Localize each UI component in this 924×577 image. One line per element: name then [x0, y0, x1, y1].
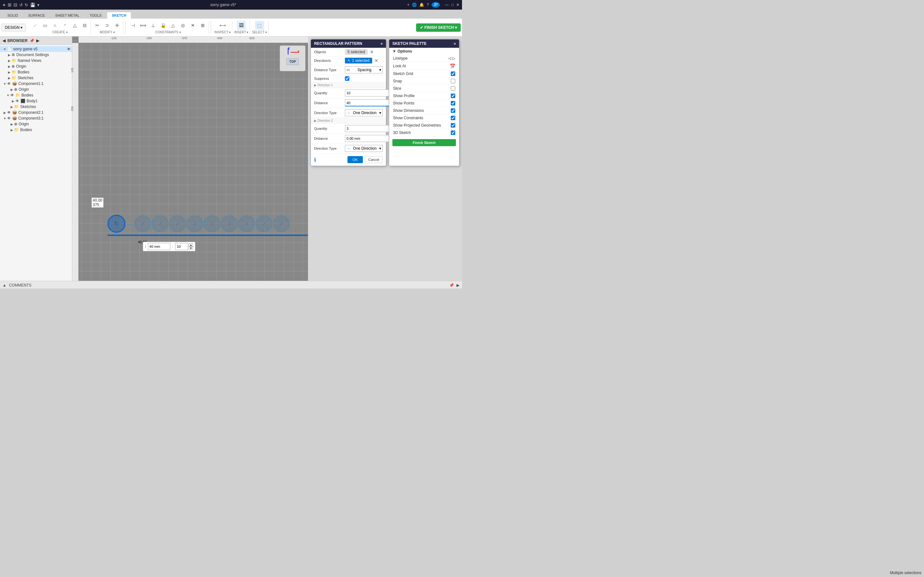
sketch-grid-checkbox[interactable] [451, 71, 455, 76]
tab-sketch[interactable]: SKETCH [107, 12, 131, 19]
expand-icon[interactable]: ▼ [6, 93, 10, 97]
circle-active[interactable]: ↻ [107, 215, 126, 233]
tree-item-comp1-sketches[interactable]: ▶ 📁 Sketches [0, 104, 72, 110]
constraints-label[interactable]: CONSTRAINTS ▾ [155, 31, 181, 34]
concentric-icon[interactable]: ◎ [178, 21, 187, 30]
expand-icon[interactable]: ▶ [11, 99, 15, 103]
expand-icon[interactable]: ▼ [3, 47, 7, 51]
finish-sketch-palette-button[interactable]: Finish Sketch [393, 139, 456, 146]
expand-icon[interactable]: ▶ [10, 128, 14, 132]
tab-sheet-metal[interactable]: SHEET METAL [50, 12, 84, 19]
tab-surface[interactable]: SURFACE [23, 12, 50, 19]
create-label[interactable]: CREATE ▾ [52, 31, 68, 34]
grid-menu-icon[interactable]: ⊞ [8, 2, 11, 7]
close-button[interactable]: ✕ [456, 3, 459, 7]
sketch-palette-expand-icon[interactable]: » [454, 41, 456, 46]
rectangle-tool-icon[interactable]: ▭ [40, 21, 49, 30]
more-icon[interactable]: ▾ [37, 3, 39, 7]
distance-type-dropdown[interactable]: ⇿ Spacing ▾ [345, 66, 383, 73]
expand-icon[interactable]: ▶ [7, 76, 11, 80]
distance1-input[interactable] [345, 99, 393, 106]
tree-item-component3[interactable]: ▼ 👁 📦 Component3:1 [0, 115, 72, 121]
3d-sketch-checkbox[interactable] [451, 131, 455, 135]
dimension-icon[interactable]: ⟷ [218, 21, 227, 30]
expand-icon[interactable]: ▼ [3, 82, 7, 85]
tangent-icon[interactable]: △ [168, 21, 178, 30]
eye-icon3[interactable]: 👁 [10, 93, 14, 97]
maximize-button[interactable]: □ [451, 3, 454, 7]
tree-item-component2[interactable]: ▶ 👁 📦 Component2:1 [0, 110, 72, 115]
browser-collapse-icon[interactable]: ◀ [3, 39, 5, 43]
tree-item-named-views[interactable]: ▶ 📁 Named Views [0, 58, 72, 63]
qty-stepper[interactable]: ▲ ▼ [189, 243, 193, 250]
options-section[interactable]: ▼ Options [389, 48, 459, 55]
eye-icon2[interactable]: 👁 [7, 81, 11, 86]
tree-item-comp3-bodies[interactable]: ▶ 📁 Bodies [0, 127, 72, 133]
objects-selected-badge[interactable]: 5 selected [345, 49, 368, 55]
linetype-next-icon[interactable]: ▷ [452, 56, 455, 61]
expand-icon[interactable]: ▶ [7, 53, 11, 57]
collinear-icon[interactable]: ✕ [188, 21, 197, 30]
directions-selected-badge[interactable]: ↖ 1 selected [345, 58, 372, 63]
redo-icon[interactable]: ↻ [25, 3, 28, 7]
move-tool-icon[interactable]: ✛ [113, 21, 121, 30]
tab-solid[interactable]: SOLID [3, 12, 23, 19]
suppress-checkbox[interactable] [345, 76, 349, 81]
tree-item-body1[interactable]: ▶ 👁 ⬛ Body1 [0, 98, 72, 104]
extend-tool-icon[interactable]: ⊃ [103, 21, 111, 30]
undo-icon[interactable]: ↺ [19, 3, 23, 7]
arc-tool-icon[interactable]: ◜ [60, 21, 69, 30]
comments-expand-icon[interactable]: ▶ [457, 283, 459, 287]
line-tool-icon[interactable]: ⟋ [31, 21, 39, 30]
expand-icon[interactable]: ▶ [3, 111, 7, 114]
expand-icon[interactable]: ▶ [10, 105, 14, 109]
expand-icon[interactable]: ▶ [7, 65, 11, 68]
linetype-prev-icon[interactable]: ◁ [448, 56, 451, 61]
comments-pin-icon[interactable]: 📌 [449, 283, 454, 287]
info-button[interactable]: ℹ [314, 157, 316, 163]
lock-icon[interactable]: 🔒 [158, 21, 168, 30]
show-dimensions-checkbox[interactable] [451, 108, 455, 113]
direction-type2-dropdown[interactable]: → One Direction ▾ [345, 145, 383, 152]
file-menu-icon[interactable]: ⊟ [13, 2, 17, 7]
finish-sketch-button[interactable]: ✔ FINISH SKETCH ▾ [416, 23, 461, 32]
direction-type1-dropdown[interactable]: → One Direction ▾ [345, 109, 383, 116]
show-points-checkbox[interactable] [451, 101, 455, 105]
browser-expand-icon[interactable]: ▶ [36, 39, 39, 43]
eye-icon6[interactable]: 👁 [7, 116, 11, 121]
top-face-button[interactable]: TOP [286, 58, 299, 65]
tab-tools[interactable]: TOOLS [85, 12, 106, 19]
canvas-area[interactable]: -125 -250 -375 -500 -625 125 250 [72, 37, 308, 281]
tree-item-file[interactable]: ▼ 📄 sorry game v5 👁 [0, 46, 72, 52]
save-icon[interactable]: 💾 [30, 3, 35, 7]
show-projected-checkbox[interactable] [451, 123, 455, 127]
snap-checkbox[interactable] [451, 79, 455, 83]
minimize-button[interactable]: — [445, 3, 449, 7]
insert-label[interactable]: INSERT ▾ [234, 31, 248, 34]
equal-icon[interactable]: ⊞ [198, 21, 207, 30]
circle-tool-icon[interactable]: ○ [50, 21, 59, 30]
tree-item-comp3-origin[interactable]: ▶ ⊕ Origin [0, 121, 72, 127]
select-label[interactable]: SELECT ▾ [252, 31, 267, 34]
tree-item-sketches[interactable]: ▶ 📁 Sketches [0, 75, 72, 81]
objects-clear-button[interactable]: ✕ [369, 49, 375, 55]
eye-icon4[interactable]: 👁 [15, 99, 19, 103]
browser-pin-icon[interactable]: 📌 [29, 39, 34, 43]
parallel-constraint-icon[interactable]: ⟺ [139, 21, 148, 30]
globe-icon[interactable]: 🌐 [412, 3, 417, 7]
quantity1-input[interactable] [345, 89, 393, 97]
modify-label[interactable]: MODIFY ▾ [100, 31, 115, 34]
view-cube[interactable]: X Z TOP [280, 45, 305, 71]
qty-down-button[interactable]: ▼ [189, 247, 193, 250]
slice-checkbox[interactable] [451, 86, 455, 91]
show-profile-checkbox[interactable] [451, 93, 455, 98]
fix-constraint-icon[interactable]: ⊣ [129, 21, 137, 30]
tree-item-comp1-bodies[interactable]: ▼ 👁 📁 Bodies [0, 92, 72, 98]
slot-tool-icon[interactable]: ⊟ [80, 21, 89, 30]
design-dropdown-button[interactable]: DESIGN ▾ [1, 24, 26, 31]
tree-item-comp1-origin[interactable]: ▶ ⊕ Origin [0, 87, 72, 92]
inspect-label[interactable]: INSPECT ▾ [214, 31, 231, 34]
comments-collapse-icon[interactable]: ▲ [3, 283, 6, 287]
eye-icon[interactable]: 👁 [67, 47, 71, 51]
eye-icon5[interactable]: 👁 [7, 110, 11, 115]
